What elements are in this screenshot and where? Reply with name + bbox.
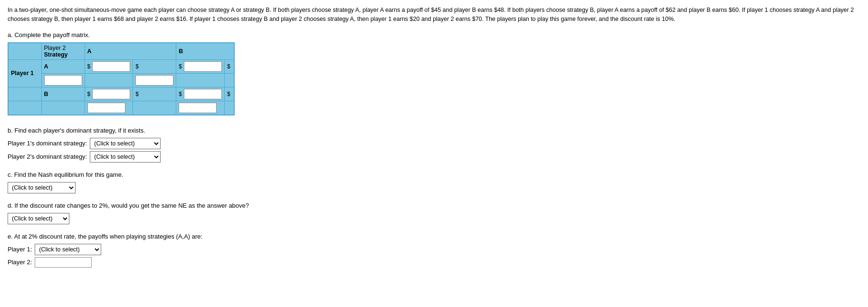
player2-header: Player 2 Strategy <box>41 43 85 60</box>
player2-dominant-row: Player 2's dominant strategy: (Click to … <box>8 151 860 163</box>
input-aa-p2[interactable] <box>44 75 82 86</box>
empty-top-left <box>8 43 41 60</box>
section-a: a. Complete the payoff matrix. Player 2 … <box>8 31 860 115</box>
empty-b2-strategy <box>41 101 85 115</box>
input-ab-p1[interactable] <box>184 61 222 72</box>
dollar-aa-p2-label: $ <box>135 63 139 70</box>
dollar-ab-p1: $ <box>179 63 182 70</box>
input-ba-p1[interactable] <box>92 89 130 99</box>
player1-payoff-select[interactable]: (Click to select) 45 48 62 60 68 16 20 7… <box>35 244 101 255</box>
matrix-row-b-p2 <box>8 101 234 115</box>
empty-b-left <box>8 87 41 101</box>
player2-payoff-row: Player 2: <box>8 257 860 268</box>
cell-ba-p2 <box>85 101 133 115</box>
section-c-label: c. Find the Nash equilibrium for this ga… <box>8 171 860 178</box>
section-a-label: a. Complete the payoff matrix. <box>8 31 860 38</box>
dollar-bb-p1: $ <box>179 91 182 97</box>
col-b-header: B <box>176 43 234 60</box>
player2-dominant-text: Player 2's dominant strategy: <box>8 153 87 160</box>
cell-aa-dollar: $ <box>133 59 176 73</box>
dollar-ba-p2-label: $ <box>135 91 139 97</box>
matrix-row-a-p2 <box>8 73 234 87</box>
cell-bb-p2 <box>176 101 225 115</box>
cell-ba-p2-empty <box>133 101 176 115</box>
cell-ba-p1: $ <box>85 87 133 101</box>
input-bb-p2[interactable] <box>179 103 217 113</box>
section-e: e. At at 2% discount rate, the payoffs w… <box>8 233 860 268</box>
section-d-label: d. If the discount rate changes to 2%, w… <box>8 202 860 209</box>
nash-row: (Click to select) (A,A) (A,B) (B,A) (B,B… <box>8 182 860 193</box>
cell-ab-dollar: $ <box>224 59 234 73</box>
section-b-label: b. Find each player's dominant strategy,… <box>8 127 860 134</box>
cell-bb-p2-empty <box>224 101 234 115</box>
input-bb-p1[interactable] <box>184 89 222 99</box>
player2-payoff-input[interactable] <box>35 257 92 268</box>
input-ba-p2[interactable] <box>87 103 125 113</box>
player1-label: Player 1 <box>8 59 41 87</box>
matrix-row-a: Player 1 A $ $ $ <box>8 59 234 73</box>
cell-bb-p1: $ <box>176 87 225 101</box>
cell-aa-p2 <box>41 73 85 87</box>
input-aa-p1[interactable] <box>92 61 130 72</box>
player1-dominant-row: Player 1's dominant strategy: (Click to … <box>8 138 860 149</box>
cell-ab-p2-empty <box>176 73 225 87</box>
player1-payoff-row: Player 1: (Click to select) 45 48 62 60 … <box>8 244 860 255</box>
empty-b2-left <box>8 101 41 115</box>
row-b-label: B <box>41 87 85 101</box>
payoff-matrix: Player 2 Strategy A B Player 1 A $ <box>8 42 235 115</box>
player1-dominant-select[interactable]: (Click to select) Strategy A Strategy B … <box>90 138 161 149</box>
input-ab-p2[interactable] <box>135 75 173 86</box>
section-e-label: e. At at 2% discount rate, the payoffs w… <box>8 233 860 240</box>
cell-aa-p1: $ <box>85 59 133 73</box>
player1-dominant-text: Player 1's dominant strategy: <box>8 140 87 147</box>
player2-payoff-text: Player 2: <box>8 259 32 266</box>
section-b: b. Find each player's dominant strategy,… <box>8 127 860 163</box>
cell-aa-p2-empty <box>85 73 133 87</box>
section-c: c. Find the Nash equilibrium for this ga… <box>8 171 860 193</box>
intro-text: In a two-player, one-shot simultaneous-m… <box>8 6 860 24</box>
player2-dominant-select[interactable]: (Click to select) Strategy A Strategy B … <box>90 151 161 163</box>
cell-bb-dollar: $ <box>224 87 234 101</box>
dollar-bb-p2-label: $ <box>227 91 230 97</box>
cell-ab-p1: $ <box>176 59 225 73</box>
discount-select[interactable]: (Click to select) Yes No <box>8 213 69 224</box>
nash-select[interactable]: (Click to select) (A,A) (A,B) (B,A) (B,B… <box>8 182 76 193</box>
section-d: d. If the discount rate changes to 2%, w… <box>8 202 860 224</box>
matrix-row-b: B $ $ $ $ <box>8 87 234 101</box>
dollar-ab-p2-label: $ <box>227 63 230 70</box>
discount-row: (Click to select) Yes No <box>8 213 860 224</box>
cell-ab-p2 <box>133 73 176 87</box>
player1-payoff-text: Player 1: <box>8 246 32 253</box>
row-a-label: A <box>41 59 85 73</box>
dollar-ba-p1: $ <box>87 91 91 97</box>
matrix-header-row: Player 2 Strategy A B <box>8 43 234 60</box>
dollar-aa-p1: $ <box>87 63 91 70</box>
cell-ba-dollar: $ <box>133 87 176 101</box>
col-a-header: A <box>85 43 176 60</box>
